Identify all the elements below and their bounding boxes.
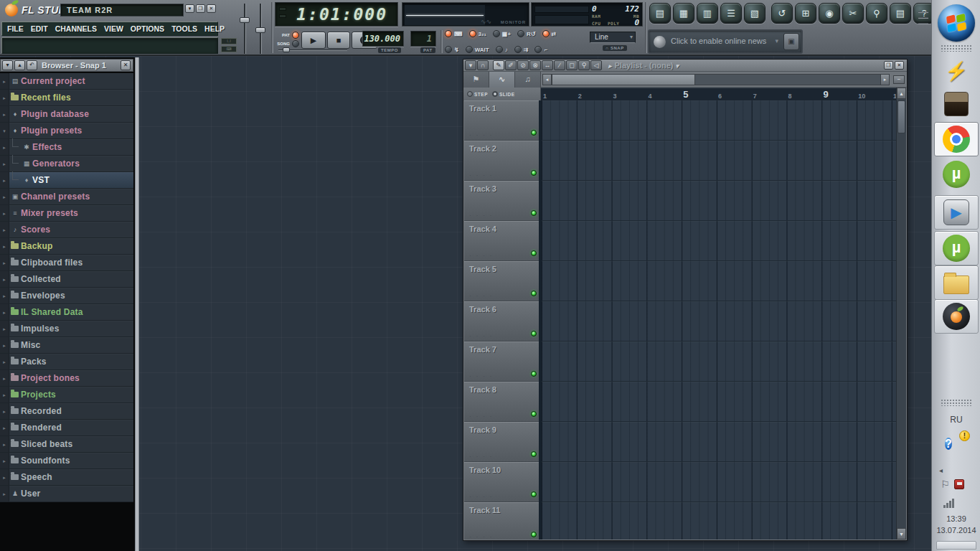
time-display[interactable]: 1:01:000: [275, 2, 398, 27]
vscroll-down-arrow[interactable]: ▼: [897, 528, 906, 540]
track-header-2[interactable]: Track 2· · · ·: [464, 141, 539, 181]
vscroll-track[interactable]: [897, 135, 906, 528]
browser-item-user[interactable]: ▸♟User: [0, 486, 133, 502]
monitor-display[interactable]: ∿∿ MONITOR: [402, 2, 529, 27]
expand-arrow-icon[interactable]: ▸: [0, 106, 9, 122]
utorrent-button[interactable]: µ: [934, 231, 979, 265]
playlist-lane-5[interactable]: [542, 261, 896, 301]
browser-item-generators[interactable]: ▸▦Generators: [0, 156, 133, 172]
pat-led[interactable]: [292, 32, 299, 39]
undo-button[interactable]: ↺: [771, 3, 793, 24]
slide-radio[interactable]: SLIDE: [492, 91, 515, 97]
browser-item-mixer-presets[interactable]: ▸≡Mixer presets: [0, 205, 133, 222]
track-header-8[interactable]: Track 8· · · ·: [464, 382, 539, 422]
main-pitch-handle[interactable]: [255, 27, 265, 33]
main-pitch-slider[interactable]: [255, 4, 265, 54]
expand-arrow-icon[interactable]: ▸: [0, 73, 9, 89]
track-header-6[interactable]: Track 6· · · ·: [464, 301, 539, 342]
maximize-button[interactable]: ❐: [196, 4, 205, 13]
menu-file[interactable]: FILE: [4, 24, 27, 33]
news-refresh-button[interactable]: ▣: [783, 33, 799, 50]
wait-for-input-toggle[interactable]: WAIT: [466, 46, 489, 53]
browser-item-packs[interactable]: ▸Packs: [0, 354, 133, 370]
play-button[interactable]: ▶: [301, 32, 326, 49]
edison-button[interactable]: ✂: [842, 3, 864, 24]
browser-item-speech[interactable]: ▸Speech: [0, 469, 133, 486]
track-enable-led[interactable]: [531, 371, 537, 377]
browser-item-project-bones[interactable]: ▸Project bones: [0, 370, 133, 387]
hscroll-track[interactable]: [695, 74, 880, 85]
playlist-hscrollbar[interactable]: ◂ ▸: [542, 74, 890, 85]
expand-arrow-icon[interactable]: ▸: [0, 387, 9, 402]
browser-item-il-shared-data[interactable]: ▸IL Shared Data: [0, 304, 133, 321]
playlist-button[interactable]: ▤: [649, 3, 671, 24]
taskbar-date[interactable]: 13.07.2014: [932, 526, 980, 534]
recording-filter-toggle[interactable]: ♪: [496, 46, 508, 53]
shuffle-handle[interactable]: [283, 47, 290, 52]
recording-filter-toggle-led[interactable]: [496, 46, 503, 53]
playlist-menu-button[interactable]: ▾: [465, 60, 476, 70]
menu-tools[interactable]: TOOLS: [168, 24, 201, 33]
select-tool[interactable]: ◻: [566, 60, 578, 70]
metronome-toggle-led[interactable]: [445, 46, 452, 53]
expand-arrow-icon[interactable]: ▸: [0, 139, 9, 155]
expand-arrow-icon[interactable]: ▸: [0, 238, 9, 254]
browser-item-rendered[interactable]: ▸Rendered: [0, 420, 133, 436]
paint-tool[interactable]: ✐: [505, 60, 517, 70]
playlist-maximize-button[interactable]: ❐: [884, 61, 893, 70]
zoom-tool[interactable]: ⚲: [578, 60, 590, 70]
browser-item-effects[interactable]: ▸✱Effects: [0, 139, 133, 156]
online-news-bar[interactable]: Click to enable online news ▾ ▣: [648, 29, 803, 54]
time-mode-led-1[interactable]: [279, 7, 286, 11]
browser-item-scores[interactable]: ▸♪Scores: [0, 222, 133, 238]
hscroll-right-arrow[interactable]: ▸: [880, 74, 890, 85]
main-volume-slider[interactable]: [240, 4, 250, 54]
media-player-button[interactable]: ▶: [934, 195, 979, 230]
start-button[interactable]: [932, 4, 980, 42]
countdown-toggle-led[interactable]: [469, 30, 476, 37]
browser-item-vst[interactable]: ▸♦VST: [0, 172, 133, 189]
zoom-tool-button[interactable]: ⚲: [866, 3, 887, 24]
playlist-vscrollbar[interactable]: ▲ ▼: [896, 88, 906, 540]
track-enable-led[interactable]: [531, 130, 537, 136]
loop-record-toggle-led[interactable]: [517, 30, 524, 37]
expand-arrow-icon[interactable]: ▸: [0, 420, 9, 435]
browser-window-button[interactable]: ☰: [720, 3, 742, 24]
playlist-title[interactable]: ▸Playlist - (none) ▾: [603, 61, 884, 70]
browser-back-button[interactable]: ↶: [27, 60, 37, 70]
expand-arrow-icon[interactable]: ▸: [0, 453, 9, 468]
utorrent-icon[interactable]: µ: [932, 161, 980, 188]
track-enable-led[interactable]: [531, 250, 537, 256]
step-edit-toggle[interactable]: ⇄: [542, 30, 557, 37]
track-enable-led[interactable]: [531, 170, 537, 176]
menu-view[interactable]: VIEW: [100, 24, 127, 33]
track-header-11[interactable]: Track 11· · · ·: [464, 502, 539, 540]
track-header-10[interactable]: Track 10· · · ·: [464, 462, 539, 502]
track-enable-led[interactable]: [531, 411, 537, 417]
expand-arrow-icon[interactable]: ▸: [0, 436, 9, 452]
tab-audio-tracks[interactable]: ♫: [515, 72, 541, 88]
expand-arrow-icon[interactable]: ▸: [0, 469, 9, 485]
blend-notes-toggle-led[interactable]: [493, 30, 500, 37]
metronome-toggle[interactable]: ↯: [445, 46, 459, 53]
expand-arrow-icon[interactable]: ▸: [0, 486, 9, 501]
track-enable-led[interactable]: [531, 331, 537, 336]
track-header-9[interactable]: Track 9· · · ·: [464, 422, 539, 462]
slip-tool[interactable]: ↔: [542, 60, 553, 70]
browser-item-envelopes[interactable]: ▸Envelopes: [0, 288, 133, 304]
explorer-button[interactable]: [934, 265, 979, 300]
playlist-lane-6[interactable]: [542, 301, 896, 342]
menu-channels[interactable]: CHANNELS: [52, 24, 100, 33]
playlist-lane-3[interactable]: [542, 181, 896, 221]
taskbar-clock[interactable]: 13:39: [932, 514, 980, 523]
hscroll-left-arrow[interactable]: ◂: [542, 74, 552, 85]
main-volume-handle[interactable]: [240, 17, 250, 23]
fl-studio-button[interactable]: [934, 299, 979, 334]
overdub-toggle-led[interactable]: [514, 46, 522, 53]
vscroll-thumb[interactable]: [897, 100, 905, 133]
expand-arrow-icon[interactable]: ▸: [0, 321, 9, 336]
expand-arrow-icon[interactable]: ▸: [0, 370, 9, 386]
browser-item-plugin-database[interactable]: ▸♦Plugin database: [0, 106, 133, 123]
tab-arrangement[interactable]: ∿: [489, 72, 515, 88]
track-header-1[interactable]: Track 1· · · ·: [464, 100, 539, 141]
